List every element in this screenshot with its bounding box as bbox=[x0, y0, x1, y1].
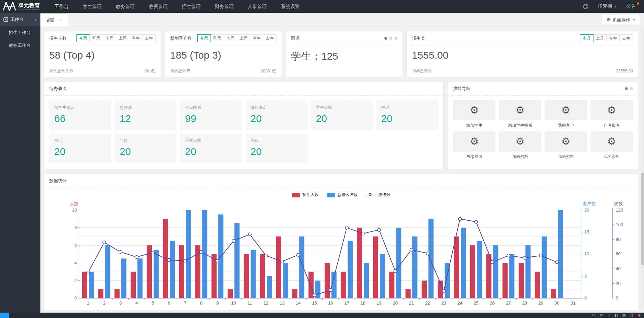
carousel-dot[interactable] bbox=[630, 87, 633, 90]
filter-last-year[interactable]: 去年 bbox=[142, 34, 156, 42]
quicknav-item-add-student-contact[interactable]: ⚙ 添加学生联系 bbox=[499, 100, 541, 128]
stat-value: 学生：125 bbox=[291, 50, 397, 63]
svg-text:40: 40 bbox=[616, 266, 621, 271]
clock-icon[interactable]: ◔ bbox=[630, 313, 634, 318]
filter-this-year[interactable]: 今年 bbox=[129, 34, 142, 42]
chat-icon[interactable]: ✉ bbox=[592, 313, 595, 318]
todo-tile[interactable]: 微信绑定 20 bbox=[246, 100, 308, 130]
svg-text:21: 21 bbox=[409, 300, 414, 306]
legend-line-marker-icon bbox=[366, 193, 376, 197]
workbench-icon bbox=[3, 17, 8, 22]
sidebar-item-recruit-workbench[interactable]: 招生工作台 bbox=[0, 26, 40, 39]
filter-today[interactable]: 今天 bbox=[197, 34, 211, 42]
stat-card-followup: 跟进 学生：125 bbox=[286, 31, 403, 77]
nav-item-workbench[interactable]: 工作台 bbox=[47, 0, 76, 13]
todo-label: 待学生确认 bbox=[54, 105, 106, 110]
notice-button[interactable]: 公告 bbox=[626, 3, 636, 9]
filter-this-week[interactable]: 本周 bbox=[224, 34, 237, 42]
quicknav-item-self-exam-scores[interactable]: ⚙ 自考成绩 bbox=[453, 131, 495, 160]
scrollbar-track[interactable] bbox=[641, 27, 644, 307]
quicknav-item-my-profile[interactable]: ⚙ 我的资料 bbox=[590, 131, 633, 160]
quicknav-item-self-exam-register[interactable]: ⚙ 自考报考 bbox=[590, 100, 633, 128]
carousel-dot[interactable] bbox=[625, 87, 628, 90]
carousel-dot[interactable] bbox=[389, 37, 392, 40]
notice-label: 公告 bbox=[626, 3, 636, 9]
alert-icon[interactable]: ◆ bbox=[638, 313, 641, 318]
todo-count: 66 bbox=[54, 113, 106, 124]
filter-last-year[interactable]: 去年 bbox=[619, 34, 633, 42]
todo-tile[interactable]: 待学生确认 66 bbox=[49, 100, 111, 130]
svg-text:80: 80 bbox=[616, 237, 621, 242]
volume-icon[interactable]: ♪ bbox=[608, 313, 610, 318]
nav-item-academics[interactable]: 教务管理 bbox=[109, 0, 142, 13]
filter-this-year[interactable]: 今年 bbox=[250, 34, 263, 42]
user-menu[interactable]: 伍梦楠 ▼ bbox=[598, 3, 617, 9]
todo-tile[interactable]: 提问 20 bbox=[49, 133, 111, 163]
svg-text:28: 28 bbox=[522, 300, 527, 306]
svg-text:6: 6 bbox=[74, 243, 77, 248]
carousel-dot[interactable] bbox=[384, 37, 387, 40]
filter-this-month[interactable]: 本月 bbox=[580, 34, 593, 42]
legend-item-followups[interactable]: 跟进数 bbox=[366, 192, 390, 198]
brand-logo[interactable]: 双元教育 BSS Vocational Education bbox=[0, 2, 47, 11]
filter-yesterday[interactable]: 昨天 bbox=[211, 34, 224, 42]
nav-item-students[interactable]: 学生管理 bbox=[76, 0, 109, 13]
nav-item-recruiting[interactable]: 招生管理 bbox=[175, 0, 208, 13]
tab-desktop[interactable]: 桌面 ✕ bbox=[40, 13, 68, 27]
quicknav-item-my-customers[interactable]: ⚙ 我的客户 bbox=[545, 100, 587, 128]
todo-tile[interactable]: 今日联系 99 bbox=[180, 100, 242, 130]
nav-item-fees[interactable]: 收费管理 bbox=[142, 0, 175, 13]
nav-item-hr[interactable]: 人事管理 bbox=[241, 0, 274, 13]
filter-last-year[interactable]: 去年 bbox=[263, 34, 277, 42]
quicknav-label: 我的资料 bbox=[499, 154, 541, 160]
close-icon[interactable]: ✕ bbox=[59, 18, 62, 23]
sidebar-item-academic-workbench[interactable]: 教务工作台 bbox=[0, 39, 40, 52]
filter-today[interactable]: 今天 bbox=[76, 34, 90, 42]
svg-text:15: 15 bbox=[584, 229, 589, 234]
svg-text:次数: 次数 bbox=[614, 201, 623, 206]
desktop-content: 招生人数 今天 昨天 本周 上周 今年 去年 58 (Top 4) 我的总学生数 bbox=[40, 27, 644, 313]
sidebar-group-workbench[interactable]: 工作台 ▲ bbox=[0, 13, 40, 26]
carousel-dot[interactable] bbox=[394, 37, 397, 40]
legend-item-new-customers[interactable]: 新增客户数 bbox=[327, 192, 358, 198]
todo-tile[interactable]: 总联系 12 bbox=[115, 100, 176, 130]
svg-text:10: 10 bbox=[584, 251, 589, 256]
nav-item-system[interactable]: 系统设置 bbox=[274, 0, 307, 13]
todo-tile[interactable]: 流程 20 bbox=[246, 133, 308, 163]
svg-text:20: 20 bbox=[616, 281, 621, 286]
usb-icon[interactable]: ◧ bbox=[614, 313, 618, 318]
svg-text:13: 13 bbox=[280, 300, 285, 306]
quicknav-item-my-profile[interactable]: ⚙ 我的资料 bbox=[499, 131, 541, 160]
filter-last-week[interactable]: 上周 bbox=[116, 34, 129, 42]
filter-last-month[interactable]: 上月 bbox=[593, 34, 607, 42]
chart-icon[interactable]: ▤ bbox=[600, 313, 603, 318]
quicknav-item-add-student[interactable]: ⚙ 添加学生 bbox=[453, 100, 495, 128]
todo-count: 20 bbox=[316, 113, 368, 124]
theme-palette-icon[interactable] bbox=[583, 4, 588, 9]
scrollbar-thumb[interactable] bbox=[641, 173, 644, 265]
todo-tile[interactable]: 学生审核 20 bbox=[311, 100, 373, 130]
stats-chart: 024681005101520020406080100120人数客户数次数123… bbox=[44, 198, 638, 310]
todo-label: 学生审核 bbox=[316, 105, 368, 110]
filter-last-week[interactable]: 上周 bbox=[237, 34, 250, 42]
todo-tile[interactable]: 异议 20 bbox=[115, 133, 176, 163]
quicknav-item-my-profile[interactable]: ⚙ 我的资料 bbox=[545, 131, 587, 160]
legend-item-enrollment[interactable]: 招生人数 bbox=[292, 192, 319, 198]
svg-text:4: 4 bbox=[74, 260, 77, 265]
filter-yesterday[interactable]: 昨天 bbox=[90, 34, 103, 42]
quicknav-label: 自考报考 bbox=[590, 123, 633, 128]
calendar-icon[interactable]: ▦ bbox=[622, 313, 626, 318]
svg-text:2: 2 bbox=[103, 300, 105, 306]
filter-this-week[interactable]: 本周 bbox=[103, 34, 116, 42]
nav-item-finance[interactable]: 财务管理 bbox=[208, 0, 241, 13]
todo-tile[interactable]: 论文审核 20 bbox=[180, 133, 242, 163]
filter-this-year[interactable]: 今年 bbox=[606, 34, 620, 42]
svg-text:12: 12 bbox=[263, 300, 268, 306]
page-actions-button[interactable]: ⚙ 页面操作 ▼ bbox=[602, 15, 640, 25]
svg-text:19: 19 bbox=[377, 300, 382, 306]
svg-text:7: 7 bbox=[184, 300, 186, 306]
legend-label: 招生人数 bbox=[302, 192, 319, 198]
show-desktop-button[interactable] bbox=[0, 313, 9, 318]
svg-text:27: 27 bbox=[506, 300, 511, 306]
todo-tile[interactable]: 投诉 20 bbox=[376, 100, 438, 130]
